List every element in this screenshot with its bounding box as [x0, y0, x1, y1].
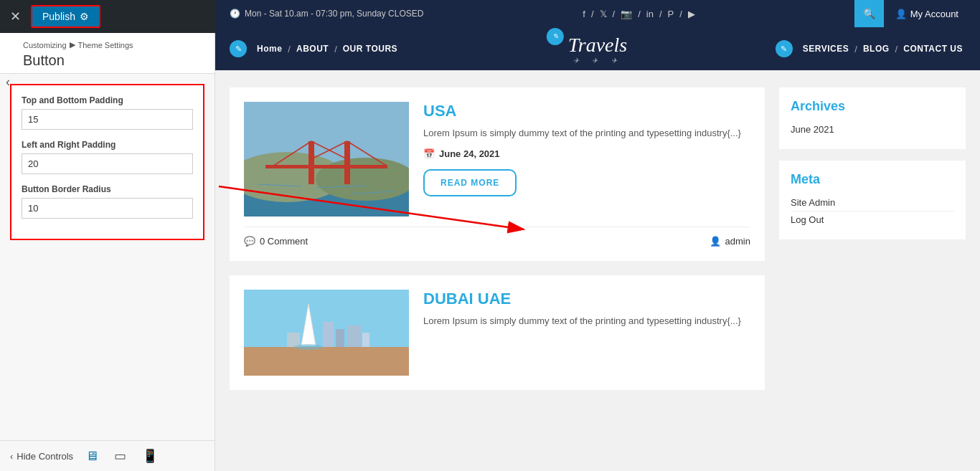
nav-our-tours[interactable]: OUR TOURS: [340, 44, 400, 54]
meta-log-out[interactable]: Log Out: [791, 211, 954, 228]
edit-nav-right-pencil[interactable]: ✎: [776, 40, 793, 57]
post-author: 👤 admin: [710, 236, 750, 247]
meta-widget-title: Meta: [791, 172, 954, 187]
svg-rect-19: [348, 325, 361, 347]
youtube-icon[interactable]: ▶: [688, 9, 695, 19]
sidebar-footer: ‹ Hide Controls 🖥 ▭ 📱: [0, 440, 215, 471]
calendar-icon: 📅: [423, 148, 435, 159]
archives-widget-title: Archives: [791, 99, 954, 114]
svg-rect-15: [244, 347, 409, 376]
tablet-device-button[interactable]: ▭: [110, 447, 130, 465]
svg-rect-17: [323, 322, 334, 347]
top-bar-right: 🔍 👤 My Account: [854, 0, 966, 27]
nav-services[interactable]: SERVICES: [800, 44, 852, 54]
post-body-dubai: DUBAI UAE Lorem Ipsum is simply dummy te…: [423, 290, 750, 376]
site-logo: ✎ Travels ✈ ✈ ✈: [568, 34, 627, 65]
sidebar-widgets: Archives June 2021 Meta Site Admin Log O…: [779, 87, 966, 404]
pinterest-icon[interactable]: P: [668, 9, 674, 19]
archives-widget: Archives June 2021: [779, 87, 966, 149]
publish-button[interactable]: Publish ⚙: [31, 5, 100, 28]
svg-point-22: [294, 344, 323, 350]
instagram-icon[interactable]: 📷: [621, 9, 632, 19]
search-button[interactable]: 🔍: [854, 0, 884, 27]
read-more-button-usa[interactable]: READ MORE: [423, 169, 517, 196]
svg-rect-18: [336, 329, 344, 347]
mobile-device-button[interactable]: 📱: [138, 447, 161, 465]
posts-column: USA Lorem Ipsum is simply dummy text of …: [230, 87, 765, 404]
post-title-usa: USA: [423, 102, 750, 120]
hide-controls-button[interactable]: ‹ Hide Controls: [10, 451, 73, 462]
left-right-padding-group: Left and Right Padding: [22, 140, 193, 174]
facebook-icon[interactable]: f: [583, 9, 585, 19]
nav-home[interactable]: Home: [254, 44, 285, 54]
post-footer-usa: 💬 0 Comment 👤 admin: [244, 227, 750, 247]
clock-icon: 🕐: [230, 9, 240, 19]
comment-icon: 💬: [244, 236, 255, 247]
edit-nav-left-pencil[interactable]: ✎: [230, 40, 247, 57]
top-bottom-padding-input[interactable]: [22, 109, 193, 130]
sidebar-nav: Customizing ▶ Theme Settings Button: [0, 33, 215, 74]
customizer-sidebar: ‹ Customizing ▶ Theme Settings Button To…: [0, 33, 215, 471]
meta-site-admin[interactable]: Site Admin: [791, 194, 954, 211]
usa-thumbnail: [244, 102, 409, 217]
nav-left: ✎ Home / ABOUT / OUR TOURS: [230, 40, 400, 57]
border-radius-group: Button Border Radius: [22, 184, 193, 219]
panel-title: Button: [23, 52, 203, 69]
post-excerpt-usa: Lorem Ipsum is simply dummy text of the …: [423, 126, 750, 141]
svg-rect-5: [344, 141, 350, 184]
customizer-header: ✕ Publish ⚙: [0, 0, 215, 33]
my-account-link[interactable]: 👤 My Account: [888, 9, 966, 19]
post-card-usa: USA Lorem Ipsum is simply dummy text of …: [230, 87, 765, 261]
top-bar-hours: 🕐 Mon - Sat 10.am - 07:30 pm, Sunday CLO…: [230, 9, 423, 19]
post-date-usa: 📅 June 24, 2021: [423, 148, 750, 159]
author-icon: 👤: [710, 236, 721, 247]
border-radius-label: Button Border Radius: [22, 184, 193, 194]
svg-rect-21: [287, 333, 300, 347]
edit-logo-pencil[interactable]: ✎: [547, 28, 564, 45]
site-top-bar: 🕐 Mon - Sat 10.am - 07:30 pm, Sunday CLO…: [215, 0, 980, 27]
social-links: f / 𝕏 / 📷 / in / P / ▶: [583, 9, 695, 19]
twitter-icon[interactable]: 𝕏: [600, 9, 607, 19]
breadcrumb-separator: ▶: [70, 40, 75, 49]
top-bottom-padding-group: Top and Bottom Padding: [22, 95, 193, 130]
post-inner-dubai: DUBAI UAE Lorem Ipsum is simply dummy te…: [244, 290, 750, 376]
post-inner: USA Lorem Ipsum is simply dummy text of …: [244, 102, 750, 217]
gear-icon: ⚙: [80, 11, 89, 22]
close-button[interactable]: ✕: [0, 0, 31, 33]
chevron-left-icon: ‹: [10, 451, 13, 462]
archives-item-june2021[interactable]: June 2021: [791, 121, 954, 138]
site-navbar: ✎ Home / ABOUT / OUR TOURS ✎ Travels ✈ ✈…: [215, 27, 980, 70]
nav-contact-us[interactable]: CONTACT US: [900, 44, 966, 54]
linkedin-icon[interactable]: in: [646, 9, 654, 19]
site-preview: 🕐 Mon - Sat 10.am - 07:30 pm, Sunday CLO…: [215, 0, 980, 471]
post-title-dubai: DUBAI UAE: [423, 290, 750, 308]
content-area: USA Lorem Ipsum is simply dummy text of …: [215, 70, 980, 422]
left-right-padding-input[interactable]: [22, 153, 193, 174]
post-excerpt-dubai: Lorem Ipsum is simply dummy text of the …: [423, 314, 750, 329]
svg-rect-4: [308, 141, 314, 184]
meta-widget: Meta Site Admin Log Out: [779, 161, 966, 239]
post-body-usa: USA Lorem Ipsum is simply dummy text of …: [423, 102, 750, 217]
nav-about[interactable]: ABOUT: [293, 44, 331, 54]
left-right-padding-label: Left and Right Padding: [22, 140, 193, 150]
post-card-dubai: DUBAI UAE Lorem Ipsum is simply dummy te…: [230, 275, 765, 390]
svg-rect-20: [362, 333, 369, 347]
nav-right: ✎ SERVICES / BLOG / CONTACT US: [776, 40, 966, 57]
controls-panel: Top and Bottom Padding Left and Right Pa…: [10, 84, 204, 240]
post-comment: 💬 0 Comment: [244, 236, 308, 247]
top-bottom-padding-label: Top and Bottom Padding: [22, 95, 193, 105]
dubai-thumbnail: [244, 290, 409, 376]
desktop-device-button[interactable]: 🖥: [82, 447, 102, 465]
nav-blog[interactable]: BLOG: [860, 44, 892, 54]
border-radius-input[interactable]: [22, 198, 193, 219]
breadcrumb: Customizing ▶ Theme Settings: [23, 40, 203, 49]
user-icon: 👤: [895, 9, 907, 19]
back-button[interactable]: ‹: [0, 72, 16, 92]
svg-rect-10: [265, 165, 387, 168]
